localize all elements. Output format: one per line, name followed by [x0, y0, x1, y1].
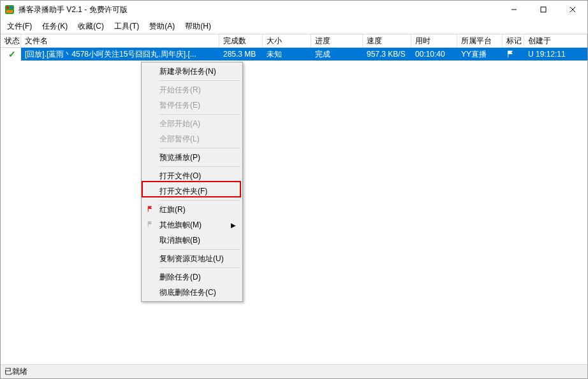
- menu-help[interactable]: 帮助(H): [185, 21, 211, 32]
- cell-platform: YY直播: [457, 48, 503, 61]
- menubar: 文件(F) 任务(K) 收藏(C) 工具(T) 赞助(A) 帮助(H): [1, 18, 587, 34]
- svg-rect-3: [6, 10, 13, 13]
- cell-time: 00:10:40: [411, 48, 457, 61]
- mi-open-file[interactable]: 打开文件(O): [143, 168, 241, 183]
- svg-rect-1: [6, 6, 9, 9]
- window-title: 播客录播助手 V2.1 - 免费许可版: [18, 4, 128, 15]
- col-speed[interactable]: 速度: [363, 34, 411, 47]
- menu-separator: [159, 200, 240, 201]
- close-button[interactable]: [558, 1, 587, 18]
- context-menu: 新建录制任务(N) 开始任务(R) 暂停任务(E) 全部开始(A) 全部暂停(L…: [141, 62, 243, 302]
- menu-file[interactable]: 文件(F): [7, 21, 32, 32]
- mi-start-all: 全部开始(A): [143, 116, 241, 131]
- mi-delete-task[interactable]: 删除任务(D): [143, 269, 241, 285]
- col-done[interactable]: 完成数: [219, 34, 263, 47]
- svg-rect-2: [10, 6, 13, 9]
- cell-size: 未知: [263, 48, 311, 61]
- svg-rect-5: [541, 7, 546, 12]
- mi-pause-all: 全部暂停(L): [143, 131, 241, 147]
- mi-red-flag-label: 红旗(R): [159, 204, 186, 215]
- submenu-arrow-icon: ▶: [231, 222, 236, 229]
- menu-separator: [159, 80, 240, 81]
- check-icon: ✓: [4, 49, 16, 59]
- mi-new-task[interactable]: 新建录制任务(N): [143, 64, 241, 79]
- mi-preview[interactable]: 预览播放(P): [143, 150, 241, 165]
- window-controls: [499, 1, 587, 18]
- titlebar: 播客录播助手 V2.1 - 免费许可版: [1, 1, 587, 18]
- col-flag[interactable]: 标记: [503, 34, 524, 47]
- minimize-button[interactable]: [499, 1, 529, 18]
- mi-other-flag-label: 其他旗帜(M): [159, 220, 202, 231]
- maximize-button[interactable]: [529, 1, 558, 18]
- mi-delete-hard[interactable]: 彻底删除任务(C): [143, 285, 241, 300]
- col-progress[interactable]: 进度: [311, 34, 363, 47]
- mi-copy-url[interactable]: 复制资源页地址(U): [143, 251, 241, 266]
- col-created[interactable]: 创建于: [524, 34, 587, 47]
- menu-favorite[interactable]: 收藏(C): [78, 21, 104, 32]
- cell-status: ✓: [1, 48, 21, 61]
- cell-file: [回放].[蓝雨丶4578小呵关注15号囧囧丸.周年庆].[...: [21, 48, 219, 61]
- col-size[interactable]: 大小: [263, 34, 311, 47]
- col-platform[interactable]: 所属平台: [457, 34, 503, 47]
- menu-tool[interactable]: 工具(T): [114, 21, 139, 32]
- menu-separator: [159, 268, 240, 268]
- data-area[interactable]: [1, 61, 587, 366]
- mi-cancel-flag[interactable]: 取消旗帜(B): [143, 232, 241, 248]
- table-row[interactable]: ✓ [回放].[蓝雨丶4578小呵关注15号囧囧丸.周年庆].[... 285.…: [1, 48, 587, 61]
- col-file[interactable]: 文件名: [21, 34, 219, 47]
- menu-separator: [159, 148, 240, 148]
- flag-red-icon: [145, 205, 156, 215]
- table-header: 状态 文件名 完成数 大小 进度 速度 用时 所属平台 标记 创建于: [1, 34, 587, 48]
- cell-progress: 完成: [311, 48, 363, 61]
- menu-separator: [159, 166, 240, 167]
- mi-other-flag[interactable]: 其他旗帜(M) ▶: [143, 217, 241, 232]
- cell-done: 285.3 MB: [219, 48, 263, 61]
- mi-start-task: 开始任务(R): [143, 82, 241, 97]
- mi-red-flag[interactable]: 红旗(R): [143, 202, 241, 217]
- col-status[interactable]: 状态: [1, 34, 21, 47]
- menu-donate[interactable]: 赞助(A): [149, 21, 175, 32]
- menu-separator: [159, 249, 240, 250]
- mi-pause-task: 暂停任务(E): [143, 97, 241, 113]
- cell-speed: 957.3 KB/S: [363, 48, 411, 61]
- app-icon: [4, 4, 15, 15]
- statusbar: 已就绪: [1, 364, 587, 378]
- flag-grey-icon: [145, 220, 156, 230]
- mi-open-folder[interactable]: 打开文件夹(F): [143, 183, 241, 199]
- cell-created: U 19:12:11: [524, 48, 587, 61]
- col-time[interactable]: 用时: [411, 34, 457, 47]
- cell-flag: [503, 48, 524, 61]
- status-text: 已就绪: [4, 366, 27, 377]
- menu-separator: [159, 114, 240, 115]
- menu-task[interactable]: 任务(K): [42, 21, 68, 32]
